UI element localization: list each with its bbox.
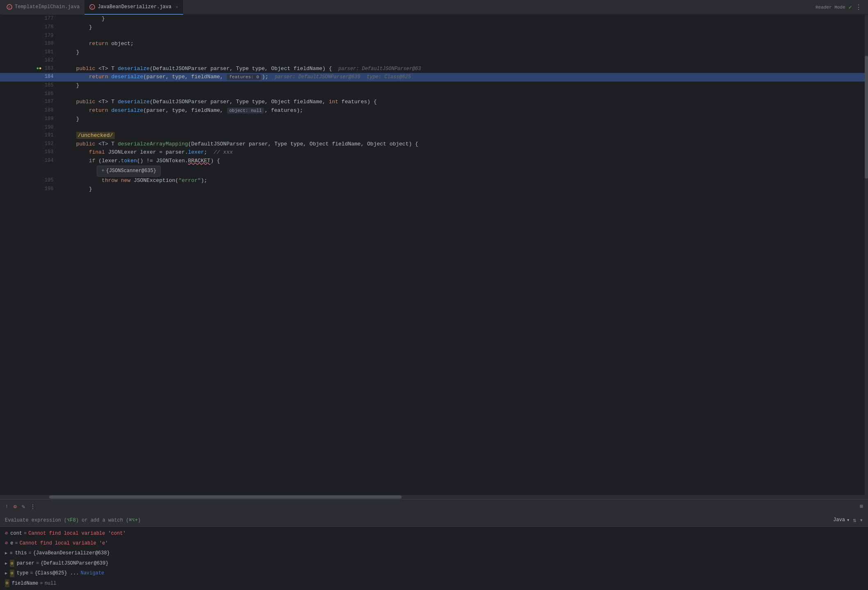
h-scrollbar-thumb (49, 495, 402, 499)
line-code: throw new JSONException("error"); (60, 177, 868, 185)
svg-text:C: C (91, 6, 93, 9)
line-code: public <T> T deserialzeArrayMapping(Defa… (60, 140, 868, 149)
tooltip-popup: +{JSONScanner@635} (97, 166, 161, 177)
line-code: return deserialze(parser, type, fieldNam… (60, 73, 868, 82)
table-row: 177 } (0, 15, 868, 23)
line-code: final JSONLexer lexer = parser.lexer; //… (60, 148, 868, 157)
collapse-icon[interactable]: ▾ (860, 517, 863, 524)
table-row: 180 return object; (0, 40, 868, 48)
java-icon: C (7, 4, 12, 10)
table-row: 178 } (0, 23, 868, 32)
line-number: 184 (0, 73, 60, 82)
object-icon-parser: ⊙ (10, 560, 14, 567)
error-icon-e: ⊘ (5, 539, 8, 547)
list-item: ▶ ⊙ parser = {DefaultJSONParser@639} (0, 558, 868, 568)
line-number: 177 (0, 15, 60, 23)
error-icon: ⊘ (5, 529, 8, 538)
line-number: 191 (0, 132, 60, 140)
tab-bar-left: C TemplateImplChain.java C JavaBeanDeser… (2, 0, 183, 15)
list-icon-this: ≡ (10, 549, 13, 557)
tab-javabeandeserializer[interactable]: C JavaBeanDeserializer.java ✕ (84, 0, 183, 15)
grid-icon[interactable]: ⊞ (860, 503, 863, 510)
more-options-icon[interactable]: ⋮ (855, 3, 861, 11)
line-number: 193 (0, 148, 60, 157)
tab-label-2: JavaBeanDeserializer.java (98, 4, 171, 10)
line-number: 190 (0, 124, 60, 132)
var-value-e: Cannot find local variable 'e' (20, 539, 108, 547)
watches-header-right: Java ▾ ⇅ ▾ (833, 517, 863, 524)
line-code: } (60, 23, 868, 32)
lang-label: Java (833, 517, 845, 523)
watches-header: Evaluate expression (⌥F8) or add a watch… (0, 514, 868, 527)
tab-bar: C TemplateImplChain.java C JavaBeanDeser… (0, 0, 868, 15)
line-number: 186 (0, 90, 60, 98)
table-row: 184 return deserialze(parser, type, fiel… (0, 73, 868, 82)
svg-text:C: C (9, 6, 11, 9)
table-row: 193 final JSONLexer lexer = parser.lexer… (0, 148, 868, 157)
code-container[interactable]: 177 } 178 } 179 180 (0, 15, 868, 495)
table-row: 191 /unchecked/ (0, 132, 868, 140)
line-code: if (lexer.token() != JSONToken.BRACKET) … (60, 157, 868, 177)
table-row: 192 public <T> T deserialzeArrayMapping(… (0, 140, 868, 149)
line-number: 187 (0, 98, 60, 107)
line-code: /unchecked/ (60, 132, 868, 140)
line-code: } (60, 82, 868, 90)
line-code: public <T> T deserialze(DefaultJSONParse… (60, 65, 868, 73)
table-row: 194 if (lexer.token() != JSONToken.BRACK… (0, 157, 868, 177)
var-name-cont: cont (10, 529, 22, 538)
more-panel-icon[interactable]: ⋮ (30, 503, 36, 510)
link-icon[interactable]: ⊙ (13, 503, 16, 510)
table-row: 179 (0, 32, 868, 40)
panel-toolbar: ↑ ⊙ ✎ ⋮ ⊞ (0, 499, 868, 514)
table-row: 181 } (0, 48, 868, 57)
tab-templateimplchain[interactable]: C TemplateImplChain.java (2, 0, 84, 15)
line-code (60, 90, 868, 98)
line-number: 188 (0, 107, 60, 115)
expand-icon[interactable]: ⇅ (853, 517, 856, 524)
line-code: return deserialze(parser, type, fieldNam… (60, 107, 868, 115)
var-value-parser: {DefaultJSONParser@639} (41, 559, 109, 567)
evaluate-label: Evaluate expression (⌥F8) or add a watch… (5, 517, 141, 523)
evaluate-shortcut: ⌥F8 (67, 517, 76, 523)
line-code: } (60, 185, 868, 194)
table-row: 186 (0, 90, 868, 98)
var-name-parser: parser (17, 559, 34, 567)
tab-bar-right: Reader Mode ✓ ⋮ (816, 3, 866, 11)
java-icon-2: C (89, 4, 95, 10)
panel-toolbar-left: ↑ ⊙ ✎ ⋮ (5, 503, 36, 510)
list-item: ⊙ fieldName = null (0, 579, 868, 588)
var-value-cont: Cannot find local variable 'cont' (28, 529, 126, 538)
tab-close-button[interactable]: ✕ (175, 5, 178, 9)
lang-dropdown-arrow: ▾ (847, 517, 850, 523)
param-hint-object: object: null (227, 108, 264, 113)
line-number: 182 (0, 57, 60, 64)
reader-mode-button[interactable]: Reader Mode (816, 5, 845, 10)
watches-header-left: Evaluate expression (⌥F8) or add a watch… (5, 517, 141, 523)
expand-arrow-parser[interactable]: ▶ (5, 560, 7, 567)
vertical-scrollbar[interactable] (865, 15, 868, 495)
table-row: 182 (0, 57, 868, 64)
expand-arrow-this[interactable]: ▶ (5, 550, 7, 557)
var-name-fieldname: fieldName (12, 579, 39, 588)
navigate-link[interactable]: Navigate (81, 569, 105, 577)
expand-arrow-type[interactable]: ▶ (5, 570, 7, 577)
table-row: 188 return deserialze(parser, type, fiel… (0, 107, 868, 115)
watch-items-list: ⊘ cont = Cannot find local variable 'con… (0, 527, 868, 590)
panel-toolbar-right: ⊞ (860, 503, 863, 510)
var-name-this: this (15, 549, 27, 557)
line-number: 194 (0, 157, 60, 177)
var-name-type: type (17, 569, 29, 577)
line-number: 196 (0, 185, 60, 194)
up-arrow-icon[interactable]: ↑ (5, 503, 8, 510)
line-number: 180 (0, 40, 60, 48)
var-value-fieldname: null (45, 579, 57, 588)
language-selector[interactable]: Java ▾ (833, 517, 850, 523)
table-row: 187 public <T> T deserialze(DefaultJSONP… (0, 98, 868, 107)
line-number: 179 (0, 32, 60, 40)
list-item: ⊘ cont = Cannot find local variable 'con… (0, 529, 868, 538)
edit-icon[interactable]: ✎ (22, 503, 25, 510)
horizontal-scrollbar[interactable] (0, 495, 868, 499)
list-item: ▶ ⊙ type = {Class@625} ... Navigate (0, 568, 868, 578)
table-row: 196 } (0, 185, 868, 194)
list-item: ▶ ≡ this = {JavaBeanDeserializer@638} (0, 548, 868, 558)
